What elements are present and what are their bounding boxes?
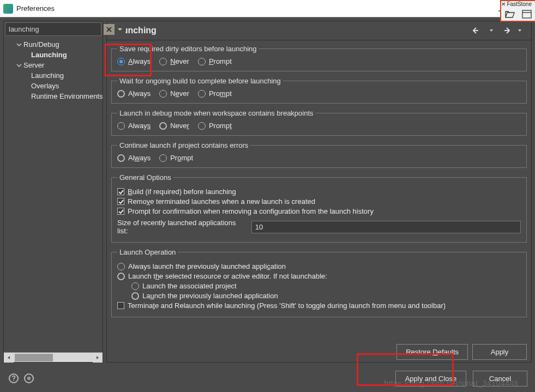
filter-menu-button[interactable] — [115, 24, 125, 35]
forward-button[interactable] — [500, 25, 512, 37]
apply-and-close-button[interactable]: Apply and Close — [395, 371, 466, 387]
radio-debug-prompt[interactable]: Prompt — [198, 122, 232, 130]
radio-wait-always[interactable]: Always — [117, 89, 151, 98]
preferences-main: Launching Save required dirty editors be… — [106, 21, 532, 363]
radio-op-prev[interactable]: Always launch the previously launched ap… — [117, 262, 521, 270]
scroll-right-icon[interactable] — [93, 353, 103, 363]
cancel-button[interactable]: Cancel — [473, 371, 527, 387]
check-remove-terminated[interactable]: Remove terminated launches when a new la… — [117, 197, 521, 206]
tree-item-server-launching[interactable]: Launching — [4, 70, 103, 81]
group-debug-breakpoints: Launch in debug mode when workspace cont… — [111, 109, 527, 136]
group-save-dirty: Save required dirty editors before launc… — [111, 45, 527, 71]
tree-item-overlays[interactable]: Overlays — [4, 81, 103, 91]
window-title: Preferences — [16, 4, 494, 13]
app-icon — [3, 4, 13, 14]
import-export-icon[interactable] — [24, 373, 34, 383]
group-legend: Save required dirty editors before launc… — [117, 45, 259, 53]
tree-item-run-debug[interactable]: Run/Debug — [4, 39, 103, 50]
back-menu-icon[interactable] — [485, 25, 497, 37]
filter-input[interactable] — [5, 23, 104, 35]
radio-save-always[interactable]: Always — [117, 57, 151, 65]
size-label: Size of recently launched applications l… — [117, 219, 247, 235]
inner-button-bar: Restore Defaults Apply — [107, 341, 531, 362]
apply-button[interactable]: Apply — [472, 344, 527, 360]
tree-item-runtime-env[interactable]: Runtime Environments — [4, 91, 103, 101]
chevron-down-icon — [16, 62, 22, 69]
dialog-footer: ? Apply and Close Cancel — [0, 365, 535, 392]
group-continue-errors: Continue launch if project contains erro… — [111, 141, 527, 168]
capture-overlay: ✕ FastStone — [500, 0, 535, 22]
check-build-before[interactable]: Build (if required) before launching — [117, 188, 521, 196]
tree-item-launching[interactable]: Launching — [4, 50, 103, 60]
scroll-thumb[interactable] — [15, 354, 53, 361]
help-icon[interactable]: ? — [9, 373, 19, 383]
radio-op-selected[interactable]: Launch the selected resource or active e… — [117, 272, 521, 280]
chevron-down-icon — [16, 41, 22, 48]
preferences-tree[interactable]: Run/Debug Launching Server Launching Ove… — [4, 37, 103, 352]
group-legend: General Options — [117, 173, 173, 182]
group-wait-build: Wait for ongoing build to complete befor… — [111, 77, 527, 104]
horizontal-scrollbar[interactable] — [4, 352, 103, 362]
forward-menu-icon[interactable] — [514, 25, 526, 37]
capture-label: ✕ FastStone — [501, 1, 532, 7]
title-bar: Preferences — [0, 0, 535, 17]
check-terminate-relaunch[interactable]: Terminate and Relaunch while launching (… — [117, 301, 521, 310]
radio-errors-always[interactable]: Always — [117, 154, 151, 162]
back-button[interactable] — [471, 25, 483, 37]
folder-open-icon[interactable] — [504, 10, 515, 19]
preferences-sidebar: Run/Debug Launching Server Launching Ove… — [3, 21, 103, 363]
clear-filter-button[interactable] — [104, 24, 115, 35]
group-legend: Continue launch if project contains erro… — [117, 141, 250, 149]
size-input[interactable] — [251, 221, 521, 233]
group-legend: Launch in debug mode when workspace cont… — [117, 109, 316, 117]
filter-row — [5, 22, 101, 36]
window-icon[interactable] — [522, 10, 532, 19]
radio-op-assoc[interactable]: Launch the associated project — [131, 282, 521, 290]
radio-save-prompt[interactable]: Prompt — [198, 57, 232, 65]
group-launch-operation: Launch Operation Always launch the previ… — [111, 248, 527, 317]
radio-errors-prompt[interactable]: Prompt — [159, 154, 193, 162]
radio-wait-prompt[interactable]: Prompt — [198, 89, 232, 98]
page-title: Launching — [112, 26, 469, 35]
radio-wait-never[interactable]: Never — [159, 89, 189, 98]
group-legend: Launch Operation — [117, 248, 178, 256]
radio-op-prevapp[interactable]: Launch the previously launched applicati… — [131, 292, 521, 300]
page-header: Launching — [107, 21, 531, 40]
radio-debug-always[interactable]: Always — [117, 122, 151, 130]
scroll-left-icon[interactable] — [4, 353, 14, 363]
svg-rect-2 — [522, 10, 531, 18]
check-prompt-remove[interactable]: Prompt for confirmation when removing a … — [117, 207, 521, 215]
group-general: General Options Build (if required) befo… — [111, 173, 527, 243]
group-legend: Wait for ongoing build to complete befor… — [117, 77, 283, 85]
radio-save-never[interactable]: Never — [159, 57, 189, 65]
radio-debug-never[interactable]: Never — [159, 122, 189, 130]
tree-item-server[interactable]: Server — [4, 60, 103, 70]
restore-defaults-button[interactable]: Restore Defaults — [396, 344, 468, 360]
